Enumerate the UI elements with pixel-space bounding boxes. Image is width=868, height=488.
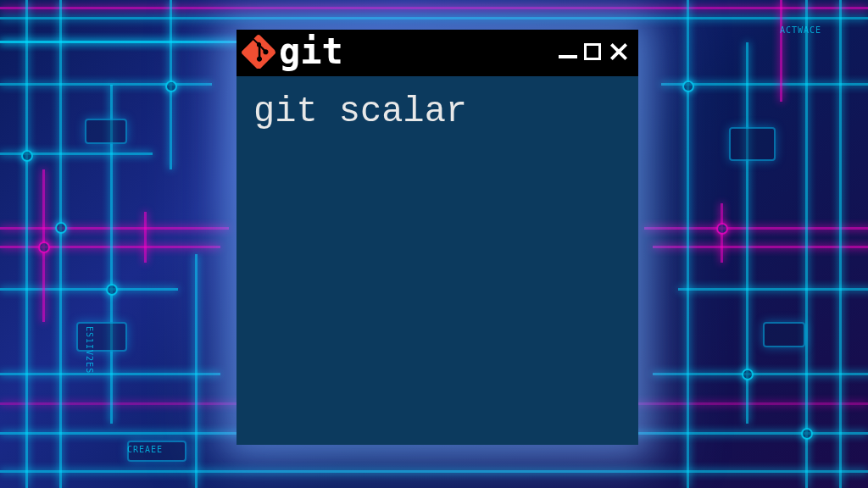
maximize-button[interactable] xyxy=(584,43,601,60)
window-title: git xyxy=(279,34,554,69)
titlebar[interactable]: git xyxy=(236,30,638,74)
close-button[interactable] xyxy=(608,41,630,63)
command-line: git scalar xyxy=(253,92,621,132)
terminal-body[interactable]: git scalar xyxy=(236,74,638,445)
terminal-window: git git scalar xyxy=(236,30,638,445)
window-controls xyxy=(559,41,630,63)
git-icon xyxy=(242,35,275,69)
minimize-button[interactable] xyxy=(559,55,577,58)
